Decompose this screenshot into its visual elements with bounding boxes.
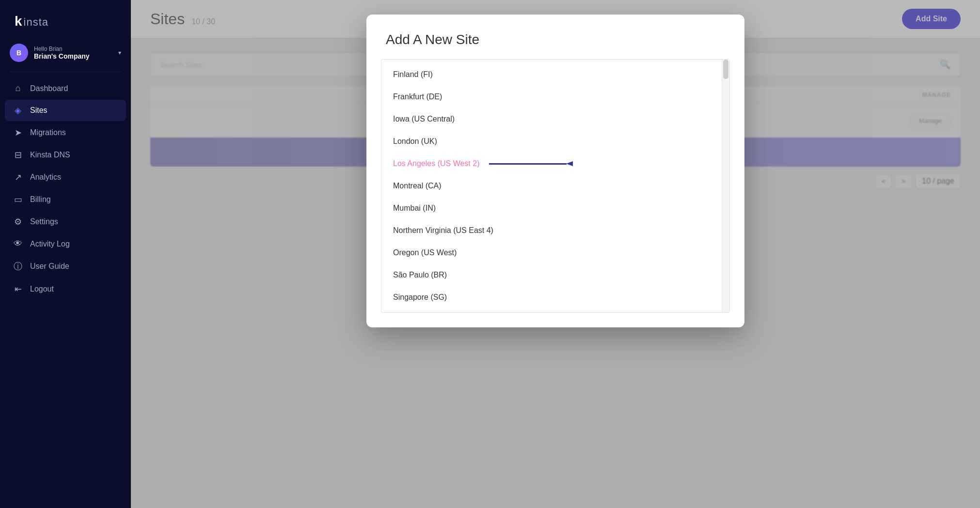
arrow-left-icon bbox=[566, 160, 573, 167]
analytics-icon: ↗ bbox=[13, 172, 23, 183]
location-item-frankfurt[interactable]: Frankfurt (DE) bbox=[381, 86, 722, 108]
main-content: Sites 10 / 30 Add Site Search Sites 🔍 MA… bbox=[131, 0, 980, 508]
sites-icon: ◈ bbox=[13, 105, 23, 116]
scrollbar-track bbox=[722, 60, 729, 312]
sidebar-item-user-guide[interactable]: ⓘ User Guide bbox=[5, 255, 126, 277]
home-icon: ⌂ bbox=[13, 83, 23, 93]
sidebar-item-dashboard[interactable]: ⌂ Dashboard bbox=[5, 78, 126, 99]
settings-icon: ⚙ bbox=[13, 216, 23, 227]
sidebar: kinsta B Hello Brian Brian's Company ▾ ⌂… bbox=[0, 0, 131, 508]
location-item-finland[interactable]: Finland (FI) bbox=[381, 63, 722, 86]
location-label-sao-paulo: São Paulo (BR) bbox=[393, 271, 447, 279]
sidebar-item-billing[interactable]: ▭ Billing bbox=[5, 189, 126, 210]
sidebar-item-activity-log[interactable]: 👁 Activity Log bbox=[5, 233, 126, 254]
scrollbar-thumb[interactable] bbox=[723, 60, 728, 79]
location-item-sao-paulo[interactable]: São Paulo (BR) bbox=[381, 264, 722, 286]
sidebar-label-migrations: Migrations bbox=[30, 128, 66, 137]
sidebar-label-user-guide: User Guide bbox=[30, 262, 69, 271]
dns-icon: ⊟ bbox=[13, 150, 23, 160]
location-label-mumbai: Mumbai (IN) bbox=[393, 204, 436, 213]
sidebar-item-kinsta-dns[interactable]: ⊟ Kinsta DNS bbox=[5, 144, 126, 166]
location-label-frankfurt: Frankfurt (DE) bbox=[393, 92, 442, 101]
logo: kinsta bbox=[15, 14, 48, 29]
location-item-london[interactable]: London (UK) bbox=[381, 130, 722, 153]
sidebar-label-analytics: Analytics bbox=[30, 173, 61, 182]
user-info: Hello Brian Brian's Company bbox=[34, 46, 112, 60]
sidebar-label-dashboard: Dashboard bbox=[30, 84, 68, 93]
location-item-mumbai[interactable]: Mumbai (IN) bbox=[381, 197, 722, 219]
location-item-oregon[interactable]: Oregon (US West) bbox=[381, 242, 722, 264]
sidebar-label-logout: Logout bbox=[30, 285, 54, 293]
location-item-singapore[interactable]: Singapore (SG) bbox=[381, 286, 722, 308]
location-item-montreal[interactable]: Montreal (CA) bbox=[381, 175, 722, 197]
logout-icon: ⇤ bbox=[13, 284, 23, 294]
sidebar-label-sites: Sites bbox=[30, 106, 47, 115]
location-item-iowa[interactable]: Iowa (US Central) bbox=[381, 108, 722, 130]
location-label-finland: Finland (FI) bbox=[393, 70, 433, 79]
user-company: Brian's Company bbox=[34, 52, 112, 60]
migrations-icon: ➤ bbox=[13, 127, 23, 138]
billing-icon: ▭ bbox=[13, 194, 23, 205]
user-greeting: Hello Brian bbox=[34, 46, 112, 52]
add-site-modal: Add A New Site Finland (FI) Frankfurt (D… bbox=[366, 15, 744, 327]
user-guide-icon: ⓘ bbox=[13, 261, 23, 272]
location-label-los-angeles: Los Angeles (US West 2) bbox=[393, 159, 479, 168]
logo-area: kinsta bbox=[0, 0, 131, 39]
sidebar-item-sites[interactable]: ◈ Sites bbox=[5, 100, 126, 121]
location-label-iowa: Iowa (US Central) bbox=[393, 115, 455, 123]
logo-k: k bbox=[15, 14, 23, 29]
location-list-container: Finland (FI) Frankfurt (DE) Iowa (US Cen… bbox=[381, 59, 730, 313]
sidebar-divider bbox=[10, 72, 121, 72]
sidebar-label-billing: Billing bbox=[30, 195, 51, 204]
modal-title: Add A New Site bbox=[386, 32, 725, 47]
sidebar-nav: ⌂ Dashboard ◈ Sites ➤ Migrations ⊟ Kinst… bbox=[0, 78, 131, 508]
sidebar-label-kinsta-dns: Kinsta DNS bbox=[30, 151, 70, 159]
modal-header: Add A New Site bbox=[366, 15, 744, 59]
logo-insta: insta bbox=[24, 16, 48, 28]
user-profile[interactable]: B Hello Brian Brian's Company ▾ bbox=[0, 39, 131, 72]
arrow-annotation bbox=[489, 160, 573, 167]
location-label-london: London (UK) bbox=[393, 137, 437, 146]
location-label-singapore: Singapore (SG) bbox=[393, 293, 447, 302]
sidebar-item-logout[interactable]: ⇤ Logout bbox=[5, 278, 126, 300]
location-label-oregon: Oregon (US West) bbox=[393, 248, 457, 257]
sidebar-label-activity-log: Activity Log bbox=[30, 240, 70, 248]
svg-marker-0 bbox=[566, 161, 573, 166]
location-item-los-angeles[interactable]: Los Angeles (US West 2) bbox=[381, 153, 722, 175]
modal-overlay: Add A New Site Finland (FI) Frankfurt (D… bbox=[131, 0, 980, 508]
sidebar-item-migrations[interactable]: ➤ Migrations bbox=[5, 122, 126, 143]
avatar: B bbox=[10, 44, 28, 62]
location-item-northern-virginia[interactable]: Northern Virginia (US East 4) bbox=[381, 219, 722, 242]
location-list[interactable]: Finland (FI) Frankfurt (DE) Iowa (US Cen… bbox=[381, 60, 722, 312]
chevron-down-icon: ▾ bbox=[118, 49, 121, 56]
location-label-montreal: Montreal (CA) bbox=[393, 182, 442, 190]
activity-log-icon: 👁 bbox=[13, 239, 23, 249]
location-label-northern-virginia: Northern Virginia (US East 4) bbox=[393, 226, 493, 235]
sidebar-item-analytics[interactable]: ↗ Analytics bbox=[5, 167, 126, 188]
sidebar-label-settings: Settings bbox=[30, 217, 58, 226]
sidebar-item-settings[interactable]: ⚙ Settings bbox=[5, 211, 126, 232]
